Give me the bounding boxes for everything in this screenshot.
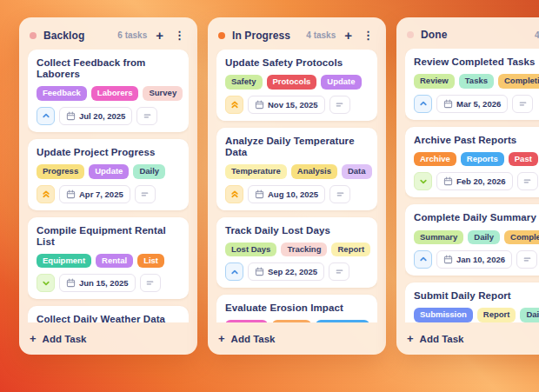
add-task-button[interactable]: + Add Task bbox=[216, 331, 377, 346]
task-card[interactable]: Complete Daily Summary SummaryDailyCompl… bbox=[405, 204, 539, 276]
description-lines-icon bbox=[518, 99, 528, 109]
priority-button[interactable] bbox=[414, 95, 432, 113]
task-card[interactable]: Update Safety Protocols SafetyProtocolsU… bbox=[216, 50, 377, 121]
task-title: Complete Daily Summary bbox=[414, 212, 539, 223]
priority-button[interactable] bbox=[414, 250, 432, 269]
task-title: Compile Equipment Rental List bbox=[37, 225, 180, 248]
description-lines-icon bbox=[335, 100, 344, 110]
calendar-icon bbox=[255, 100, 264, 110]
tag-list: SubmissionReportDaily bbox=[414, 308, 539, 322]
due-date-chip[interactable]: Nov 15, 2025 bbox=[248, 96, 325, 114]
add-task-label: Add Task bbox=[231, 334, 276, 344]
column-menu-kebab-icon[interactable]: ⋮ bbox=[361, 30, 376, 41]
due-date: Apr 7, 2025 bbox=[79, 189, 123, 199]
tag: Archive bbox=[414, 152, 456, 166]
description-indicator bbox=[329, 96, 350, 114]
task-title: Update Project Progress bbox=[37, 147, 180, 158]
tag: Report bbox=[331, 243, 370, 256]
calendar-icon bbox=[255, 267, 264, 276]
task-title: Submit Daily Report bbox=[414, 290, 539, 302]
column-task-count: 6 tasks bbox=[117, 30, 147, 40]
column-header: In Progress 4 tasks + ⋮ bbox=[216, 25, 377, 50]
task-card[interactable]: Collect Feedback from Laborers FeedbackL… bbox=[28, 50, 189, 132]
column-task-count: 4 tasks bbox=[306, 30, 336, 40]
description-lines-icon bbox=[140, 189, 150, 199]
board-column: Done 4 tasks + ⋮ Review Completed Tasks … bbox=[396, 17, 539, 355]
task-card[interactable]: Submit Daily Report SubmissionReportDail… bbox=[405, 282, 539, 322]
tag-list: ArchiveReportsPast bbox=[414, 152, 539, 166]
task-card[interactable]: Review Completed Tasks ReviewTasksComple… bbox=[405, 49, 539, 120]
priority-button[interactable] bbox=[37, 274, 55, 292]
tag: Daily bbox=[520, 308, 539, 322]
task-card[interactable]: Collect Daily Weather Data WeatherDailyR… bbox=[28, 306, 189, 322]
priority-button[interactable] bbox=[225, 96, 243, 114]
tag: Evaluation bbox=[316, 320, 369, 322]
priority-button[interactable] bbox=[37, 185, 55, 203]
description-indicator bbox=[329, 185, 350, 203]
calendar-icon bbox=[255, 189, 264, 199]
chevron-down-icon bbox=[418, 176, 429, 187]
column-menu-kebab-icon[interactable]: ⋮ bbox=[172, 30, 187, 41]
card-meta-row: Jun 15, 2025 bbox=[37, 274, 180, 292]
description-lines-icon bbox=[143, 111, 152, 121]
tag: Feedback bbox=[37, 86, 87, 100]
add-task-label: Add Task bbox=[420, 334, 464, 344]
due-date-chip[interactable]: Jun 15, 2025 bbox=[59, 274, 136, 292]
due-date: Jul 20, 2025 bbox=[79, 111, 125, 121]
column-header: Done 4 tasks + ⋮ bbox=[405, 25, 539, 49]
priority-button[interactable] bbox=[414, 172, 432, 190]
description-lines-icon bbox=[522, 255, 532, 264]
tag-list: TemperatureAnalysisData bbox=[225, 164, 369, 178]
priority-button[interactable] bbox=[37, 107, 55, 125]
tag: Daily bbox=[468, 230, 500, 244]
add-task-button[interactable]: + Add Task bbox=[405, 331, 539, 346]
due-date-chip[interactable]: Jan 10, 2026 bbox=[436, 250, 512, 269]
tag-list: ReviewTasksCompletion bbox=[414, 74, 539, 88]
due-date-chip[interactable]: Mar 5, 2026 bbox=[436, 95, 508, 113]
add-card-icon-button[interactable]: + bbox=[154, 29, 165, 42]
task-card[interactable]: Evaluate Erosion Impact ErosionImpactEva… bbox=[216, 295, 377, 322]
due-date-chip[interactable]: Sep 22, 2025 bbox=[248, 262, 324, 281]
tag: Report bbox=[477, 308, 516, 322]
description-indicator bbox=[516, 250, 537, 269]
due-date-chip[interactable]: Apr 7, 2025 bbox=[59, 185, 130, 203]
due-date: Jun 15, 2025 bbox=[79, 278, 129, 288]
add-task-label: Add Task bbox=[43, 334, 87, 344]
chevrons-up-icon bbox=[230, 99, 240, 110]
add-card-icon-button[interactable]: + bbox=[343, 29, 354, 42]
due-date-chip[interactable]: Jul 20, 2025 bbox=[59, 107, 132, 125]
task-card[interactable]: Compile Equipment Rental List EquipmentR… bbox=[28, 217, 189, 300]
task-card[interactable]: Archive Past Reports ArchiveReportsPast … bbox=[405, 127, 539, 198]
task-title: Collect Daily Weather Data bbox=[37, 314, 180, 322]
priority-button[interactable] bbox=[225, 185, 243, 203]
board-column: In Progress 4 tasks + ⋮ Update Safety Pr… bbox=[208, 17, 386, 355]
tag: Tracking bbox=[281, 243, 327, 256]
card-meta-row: Mar 5, 2026 bbox=[414, 95, 539, 113]
description-indicator bbox=[329, 262, 349, 281]
card-list: Review Completed Tasks ReviewTasksComple… bbox=[405, 49, 539, 322]
chevrons-up-icon bbox=[41, 189, 51, 199]
task-title: Analyze Daily Temperature Data bbox=[225, 136, 369, 158]
description-indicator bbox=[517, 172, 538, 190]
due-date-chip[interactable]: Aug 10, 2025 bbox=[248, 185, 325, 203]
calendar-icon bbox=[66, 111, 76, 121]
task-card[interactable]: Update Project Progress ProgressUpdateDa… bbox=[28, 139, 189, 210]
tag: Completion bbox=[504, 230, 539, 244]
task-title: Review Completed Tasks bbox=[414, 56, 539, 68]
chevron-up-icon bbox=[418, 254, 429, 264]
column-status-dot bbox=[407, 31, 414, 38]
card-meta-row: Sep 22, 2025 bbox=[225, 262, 369, 281]
column-title: In Progress bbox=[232, 30, 290, 42]
description-lines-icon bbox=[335, 267, 344, 276]
calendar-icon bbox=[443, 176, 453, 186]
add-task-button[interactable]: + Add Task bbox=[28, 331, 189, 346]
due-date-chip[interactable]: Feb 20, 2026 bbox=[436, 172, 513, 190]
task-card[interactable]: Track Daily Lost Days Lost DaysTrackingR… bbox=[216, 217, 377, 289]
tag: Update bbox=[321, 75, 361, 89]
priority-button[interactable] bbox=[225, 262, 243, 281]
task-title: Collect Feedback from Laborers bbox=[37, 57, 180, 80]
tag-list: FeedbackLaborersSurvey bbox=[37, 86, 180, 100]
task-card[interactable]: Analyze Daily Temperature Data Temperatu… bbox=[216, 128, 377, 210]
tag: Lost Days bbox=[225, 243, 276, 256]
column-title: Done bbox=[421, 29, 447, 41]
